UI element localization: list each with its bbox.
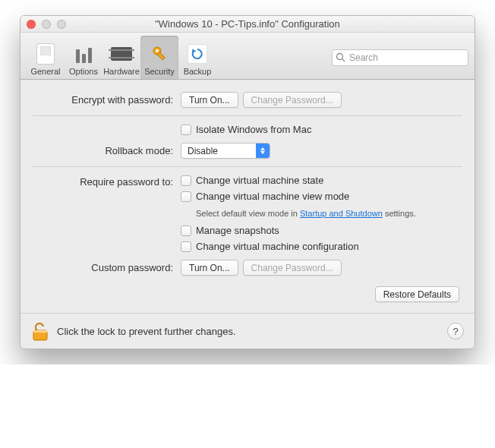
toolbar-backup[interactable]: Backup xyxy=(178,36,216,79)
toolbar-security[interactable]: Security xyxy=(140,36,178,79)
startup-shutdown-link[interactable]: Startup and Shutdown xyxy=(300,209,383,218)
encrypt-label: Encrypt with password: xyxy=(33,94,181,106)
options-icon xyxy=(72,43,95,65)
toolbar-items: General Options Hardware xyxy=(27,36,216,79)
help-button[interactable]: ? xyxy=(447,323,464,339)
req-config-label: Change virtual machine configuration xyxy=(196,241,359,252)
rollback-select[interactable]: Disable xyxy=(181,143,270,159)
lock-text: Click the lock to prevent further change… xyxy=(57,326,236,337)
custom-change-password-button: Change Password... xyxy=(243,260,342,276)
isolate-label: Isolate Windows from Mac xyxy=(196,124,311,135)
viewmode-hint: Select default view mode in Startup and … xyxy=(181,208,416,219)
svg-rect-6 xyxy=(33,330,47,333)
traffic-lights xyxy=(27,20,66,29)
restore-defaults-button[interactable]: Restore Defaults xyxy=(375,286,459,302)
config-window: "Windows 10 - PC-Tips.info" Configuratio… xyxy=(20,15,475,349)
req-config-checkbox[interactable] xyxy=(181,241,191,252)
select-arrows-icon xyxy=(256,144,270,158)
svg-line-4 xyxy=(342,58,345,62)
titlebar: "Windows 10 - PC-Tips.info" Configuratio… xyxy=(20,16,475,33)
req-viewmode-checkbox[interactable] xyxy=(181,191,191,202)
security-panel: Encrypt with password: Turn On... Change… xyxy=(20,80,475,313)
svg-point-3 xyxy=(337,53,343,59)
toolbar: General Options Hardware xyxy=(20,33,475,80)
toolbar-label: Hardware xyxy=(103,67,140,76)
req-snapshots-checkbox[interactable] xyxy=(181,226,191,236)
zoom-window-button[interactable] xyxy=(57,20,66,29)
minimize-window-button[interactable] xyxy=(42,20,51,29)
svg-point-1 xyxy=(156,49,159,52)
custom-turn-on-button[interactable]: Turn On... xyxy=(181,260,238,276)
backup-icon xyxy=(186,43,209,65)
window-title: "Windows 10 - PC-Tips.info" Configuratio… xyxy=(20,18,475,30)
custom-password-label: Custom password: xyxy=(33,262,181,273)
req-state-checkbox[interactable] xyxy=(181,175,191,186)
footer: Click the lock to prevent further change… xyxy=(20,313,475,349)
rollback-value: Disable xyxy=(181,144,256,158)
toolbar-label: Options xyxy=(69,67,98,76)
toolbar-hardware[interactable]: Hardware xyxy=(102,36,140,79)
lock-icon[interactable] xyxy=(31,321,49,341)
rollback-label: Rollback mode: xyxy=(33,145,181,156)
toolbar-options[interactable]: Options xyxy=(65,36,102,79)
search-input[interactable] xyxy=(332,49,468,66)
toolbar-label: Security xyxy=(144,67,175,76)
require-password-label: Require password to: xyxy=(33,175,181,188)
req-state-label: Change virtual machine state xyxy=(196,175,323,186)
isolate-checkbox[interactable] xyxy=(181,125,191,135)
search-icon xyxy=(336,52,345,62)
toolbar-label: Backup xyxy=(184,67,212,76)
encrypt-turn-on-button[interactable]: Turn On... xyxy=(181,92,238,108)
divider xyxy=(33,115,462,116)
hardware-icon xyxy=(110,43,133,65)
req-snapshots-label: Manage snapshots xyxy=(196,225,279,236)
toolbar-general[interactable]: General xyxy=(27,36,65,79)
toolbar-label: General xyxy=(30,67,60,76)
encrypt-change-password-button: Change Password... xyxy=(243,92,342,108)
divider xyxy=(33,166,462,167)
general-icon xyxy=(34,43,57,65)
security-icon xyxy=(148,43,171,65)
close-window-button[interactable] xyxy=(27,20,36,29)
search-field-wrap xyxy=(332,49,468,66)
req-viewmode-label: Change virtual machine view mode xyxy=(196,191,349,202)
svg-rect-2 xyxy=(157,52,165,60)
